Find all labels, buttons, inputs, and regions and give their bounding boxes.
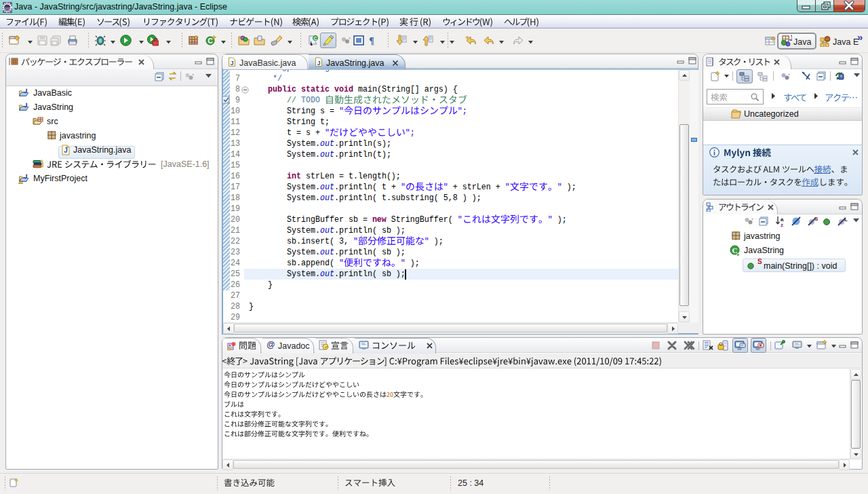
svg-text:C: C xyxy=(208,37,212,45)
svg-text:S: S xyxy=(814,216,818,222)
svg-text:J: J xyxy=(230,60,233,66)
svg-text:C: C xyxy=(732,246,738,254)
svg-text:J: J xyxy=(317,60,320,66)
svg-text:C: C xyxy=(313,36,317,41)
svg-text:¶: ¶ xyxy=(369,36,374,45)
svg-text:L: L xyxy=(844,216,848,223)
svg-text:z: z xyxy=(781,222,783,227)
svg-text:J: J xyxy=(789,35,792,42)
svg-text:J: J xyxy=(64,147,68,154)
